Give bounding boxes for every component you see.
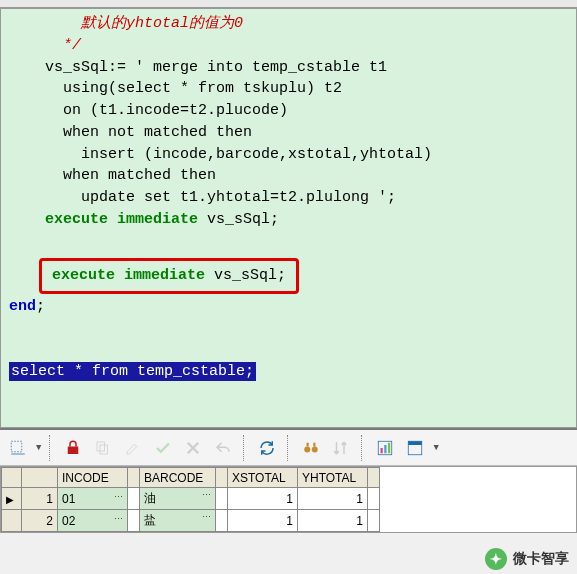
col-extra (216, 468, 228, 488)
code-end-line: end; (9, 296, 568, 318)
edit-icon (121, 436, 145, 460)
cell-incode[interactable]: 02⋯ (58, 510, 128, 532)
table-row[interactable]: ▶ 1 01⋯ 油⋯ 1 1 (2, 488, 380, 510)
select-icon[interactable] (6, 436, 30, 460)
lock-icon[interactable] (61, 436, 85, 460)
row-indicator (2, 510, 22, 532)
results-grid[interactable]: INCODE BARCODE XSTOTAL YHTOTAL ▶ 1 01⋯ 油… (1, 467, 380, 532)
export-icon[interactable] (403, 436, 427, 460)
undo-icon (211, 436, 235, 460)
col-header-barcode[interactable]: BARCODE (140, 468, 216, 488)
col-header-xstotal[interactable]: XSTOTAL (228, 468, 298, 488)
chart-icon[interactable] (373, 436, 397, 460)
code-line: when matched then (9, 165, 568, 187)
code-line: using(select * from tskuplu) t2 (9, 78, 568, 100)
svg-rect-11 (388, 442, 390, 453)
dropdown-icon[interactable]: ▼ (36, 443, 41, 453)
svg-point-5 (312, 446, 318, 452)
svg-rect-10 (385, 445, 387, 453)
col-extra (128, 468, 140, 488)
watermark: ✦ 微卡智享 (485, 548, 569, 570)
grid-header-row: INCODE BARCODE XSTOTAL YHTOTAL (2, 468, 380, 488)
cell-incode[interactable]: 01⋯ (58, 488, 128, 510)
table-row[interactable]: 2 02⋯ 盐⋯ 1 1 (2, 510, 380, 532)
code-line: when not matched then (9, 122, 568, 144)
ellipsis-icon[interactable]: ⋯ (202, 490, 211, 500)
check-icon (151, 436, 175, 460)
sort-icon (329, 436, 353, 460)
row-indicator-header (2, 468, 22, 488)
ellipsis-icon[interactable]: ⋯ (114, 514, 123, 524)
col-header-yhtotal[interactable]: YHTOTAL (298, 468, 368, 488)
code-blank (9, 231, 568, 253)
code-selected-line: select * from temp_cstable; (9, 361, 568, 383)
svg-rect-13 (409, 441, 423, 445)
cell-xstotal[interactable]: 1 (228, 488, 298, 510)
svg-rect-9 (381, 448, 383, 453)
cell-barcode[interactable]: 盐⋯ (140, 510, 216, 532)
code-line: insert (incode,barcode,xstotal,yhtotal) (9, 144, 568, 166)
copy-icon (91, 436, 115, 460)
binoculars-icon[interactable] (299, 436, 323, 460)
cell-barcode[interactable]: 油⋯ (140, 488, 216, 510)
cell-yhtotal[interactable]: 1 (298, 510, 368, 532)
ellipsis-icon[interactable]: ⋯ (202, 512, 211, 522)
watermark-text: 微卡智享 (513, 550, 569, 568)
svg-rect-3 (100, 445, 108, 454)
svg-rect-2 (97, 442, 105, 451)
row-number: 1 (22, 488, 58, 510)
row-number: 2 (22, 510, 58, 532)
code-comment: 默认的yhtotal的值为0 (9, 15, 243, 32)
wechat-icon: ✦ (485, 548, 507, 570)
sql-code-editor[interactable]: 默认的yhtotal的值为0 */ vs_sSql:= ' merge into… (0, 8, 577, 428)
col-header-incode[interactable]: INCODE (58, 468, 128, 488)
code-blank (9, 340, 568, 362)
results-toolbar: ▼ ▼ (0, 428, 577, 466)
code-line: on (t1.incode=t2.plucode) (9, 100, 568, 122)
code-line: vs_sSql:= ' merge into temp_cstable t1 (9, 57, 568, 79)
svg-point-4 (305, 446, 311, 452)
cell-yhtotal[interactable]: 1 (298, 488, 368, 510)
row-number-header (22, 468, 58, 488)
row-indicator: ▶ (2, 488, 22, 510)
results-grid-wrap: INCODE BARCODE XSTOTAL YHTOTAL ▶ 1 01⋯ 油… (0, 466, 577, 533)
svg-rect-6 (307, 442, 309, 446)
cancel-icon (181, 436, 205, 460)
highlighted-execute-box: execute immediate vs_sSql; (39, 258, 299, 294)
code-execute-line: execute immediate vs_sSql; (9, 209, 568, 231)
dropdown-icon[interactable]: ▼ (433, 443, 438, 453)
refresh-icon[interactable] (255, 436, 279, 460)
ellipsis-icon[interactable]: ⋯ (114, 492, 123, 502)
svg-rect-1 (68, 446, 79, 454)
cell-xstotal[interactable]: 1 (228, 510, 298, 532)
svg-rect-0 (11, 441, 22, 452)
code-comment-end: */ (9, 37, 81, 54)
svg-rect-7 (314, 442, 316, 446)
code-line: update set t1.yhtotal=t2.plulong '; (9, 187, 568, 209)
code-blank (9, 318, 568, 340)
col-extra (368, 468, 380, 488)
editor-tabs (0, 0, 577, 8)
